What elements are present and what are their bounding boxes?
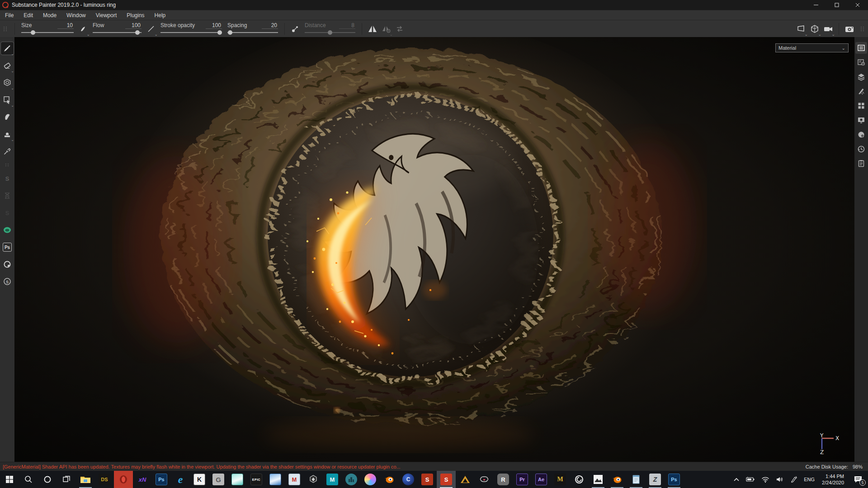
shelf-panel-button[interactable]: [855, 100, 867, 112]
shader-settings-button[interactable]: [855, 129, 867, 141]
stroke-opacity-slider[interactable]: [160, 30, 222, 35]
taskbar-app-city[interactable]: [342, 471, 361, 488]
taskbar-app-unity[interactable]: [304, 471, 323, 488]
viewport-3d[interactable]: Material ⌄ Y X Z: [14, 37, 854, 462]
display-settings-button[interactable]: [855, 114, 867, 126]
spacing-value-field[interactable]: 20: [262, 22, 278, 29]
toolbar-drag-handle[interactable]: [4, 27, 7, 31]
menu-plugins[interactable]: Plugins: [122, 10, 149, 20]
viewport-display-button[interactable]: ⌄: [795, 23, 807, 35]
properties-panel-button[interactable]: [855, 85, 867, 97]
symmetry-button[interactable]: [367, 23, 378, 35]
menu-mode[interactable]: Mode: [38, 10, 61, 20]
size-value-field[interactable]: 10: [57, 22, 74, 29]
plugin-green-ellipse[interactable]: [1, 224, 14, 236]
taskbar-app-substance-painter[interactable]: S: [437, 471, 456, 488]
plugin-sketchfab[interactable]: S: [1, 275, 14, 288]
log-panel-button[interactable]: [855, 158, 867, 169]
taskbar-app-blender-2[interactable]: [608, 471, 627, 488]
taskbar-search-button[interactable]: [19, 471, 38, 488]
taskbar-app-keyshot[interactable]: K: [190, 471, 209, 488]
taskbar-app-photos[interactable]: [589, 471, 608, 488]
tray-show-hidden-icons[interactable]: [730, 471, 743, 488]
taskbar-app-premiere[interactable]: Pr: [513, 471, 532, 488]
stroke-opacity-slider-knob[interactable]: [217, 30, 222, 35]
taskbar-app-xnormal[interactable]: xN: [133, 471, 152, 488]
taskbar-app-epic-games[interactable]: EPIC: [247, 471, 266, 488]
menu-viewport[interactable]: Viewport: [91, 10, 122, 20]
taskbar-app-ring-logo[interactable]: [570, 471, 589, 488]
layers-panel-button[interactable]: [855, 71, 867, 83]
tray-language[interactable]: ENG: [801, 471, 818, 488]
flow-value-field[interactable]: 100: [125, 22, 142, 29]
tray-pen[interactable]: [787, 471, 801, 488]
taskbar-app-zbrush[interactable]: Z: [646, 471, 665, 488]
toolbar-drag-handle[interactable]: [861, 27, 864, 31]
tray-battery[interactable]: [743, 471, 758, 488]
smudge-tool-button[interactable]: [1, 111, 14, 123]
material-picker-tool-button[interactable]: [1, 145, 14, 158]
taskbar-app-spiral[interactable]: G: [209, 471, 228, 488]
taskbar-app-gold-triangle[interactable]: [456, 471, 475, 488]
menu-window[interactable]: Window: [61, 10, 91, 20]
taskbar-app-after-effects[interactable]: Ae: [532, 471, 551, 488]
close-button[interactable]: [847, 0, 868, 10]
tray-volume[interactable]: [773, 471, 787, 488]
taskbar-app-photoshop[interactable]: Ps: [152, 471, 171, 488]
taskbar-app-cortana[interactable]: [38, 471, 57, 488]
texture-set-list-button[interactable]: [855, 42, 867, 54]
camera-button[interactable]: ⌄: [822, 23, 834, 35]
plugin-circle[interactable]: [1, 258, 14, 271]
history-panel-button[interactable]: [855, 143, 867, 155]
taskbar-app-cinema4d[interactable]: C: [399, 471, 418, 488]
taskbar-app-blender[interactable]: [380, 471, 399, 488]
taskbar-app-facerig[interactable]: [475, 471, 494, 488]
action-center-button[interactable]: 5: [848, 471, 868, 488]
minimize-button[interactable]: [806, 0, 826, 10]
taskbar-app-mmd[interactable]: [228, 471, 247, 488]
spacing-slider[interactable]: [227, 30, 278, 35]
plugin-photoshop-export[interactable]: Ps: [1, 241, 14, 253]
taskbar-app-edge[interactable]: e: [171, 471, 190, 488]
taskbar-app-file-explorer[interactable]: [76, 471, 95, 488]
brush-preset-button[interactable]: ⌄: [77, 23, 89, 35]
polygon-fill-tool-button[interactable]: ⌄: [1, 94, 14, 106]
flow-slider-knob[interactable]: [135, 30, 140, 35]
taskbar-app-daz-studio[interactable]: DS: [95, 471, 114, 488]
render-mode-button[interactable]: ⌄: [809, 23, 821, 35]
transform-button[interactable]: [394, 23, 406, 35]
eraser-tool-button[interactable]: ⌄: [1, 59, 14, 72]
lazy-mouse-button[interactable]: [289, 23, 301, 35]
screenshot-button[interactable]: [844, 23, 855, 35]
taskbar-app-notepad[interactable]: [627, 471, 646, 488]
paint-tool-button[interactable]: ⌄: [1, 42, 14, 55]
plugin-resources-updater[interactable]: [1, 189, 14, 202]
task-view-button[interactable]: [57, 471, 76, 488]
size-slider-knob[interactable]: [31, 30, 35, 35]
menu-edit[interactable]: Edit: [19, 10, 38, 20]
tray-wifi[interactable]: [758, 471, 773, 488]
tray-clock[interactable]: 1:44 PM 2/24/2020: [818, 471, 848, 488]
size-slider[interactable]: [21, 30, 74, 35]
plugin-substance-badge-2[interactable]: S: [1, 206, 14, 219]
taskbar-app-substance-designer[interactable]: S: [418, 471, 437, 488]
texture-set-settings-button[interactable]: [855, 56, 867, 68]
menu-file[interactable]: File: [0, 10, 19, 20]
taskbar-app-photoshop-2[interactable]: Ps: [665, 471, 684, 488]
taskbar-app-mmd-2[interactable]: [266, 471, 285, 488]
taskbar-app-opera[interactable]: [114, 471, 133, 488]
taskbar-app-gold-m[interactable]: M: [551, 471, 570, 488]
stroke-opacity-value-field[interactable]: 100: [206, 22, 222, 29]
menu-help[interactable]: Help: [150, 10, 171, 20]
symmetry-settings-button[interactable]: ⌄: [380, 23, 392, 35]
stroke-preset-button[interactable]: ⌄: [145, 23, 157, 35]
projection-tool-button[interactable]: ⌄: [1, 76, 14, 89]
plugin-substance-badge[interactable]: S: [1, 172, 14, 185]
spacing-slider-knob[interactable]: [228, 30, 232, 35]
maximize-button[interactable]: [826, 0, 847, 10]
taskbar-app-maya[interactable]: M: [323, 471, 342, 488]
flow-slider[interactable]: [93, 30, 142, 35]
taskbar-app-color-sphere[interactable]: [361, 471, 380, 488]
start-button[interactable]: [0, 471, 19, 488]
taskbar-app-rizomuv[interactable]: R: [494, 471, 513, 488]
